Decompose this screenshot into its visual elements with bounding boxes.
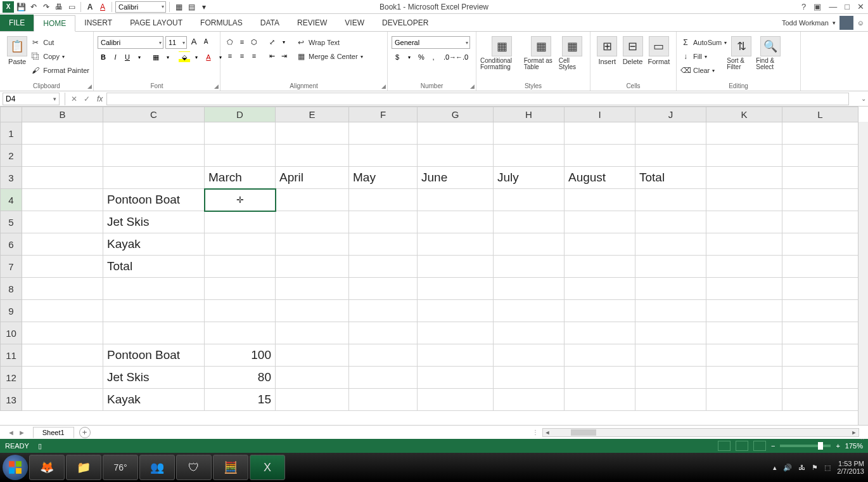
cell-L11[interactable] bbox=[782, 344, 858, 367]
cell-E13[interactable] bbox=[276, 389, 349, 411]
qat-customize-icon[interactable]: ▾ bbox=[198, 1, 210, 13]
cell-styles-button[interactable]: ▦Cell Styles bbox=[559, 34, 586, 70]
cell-D5[interactable] bbox=[205, 211, 276, 233]
cell-G6[interactable] bbox=[418, 233, 494, 256]
tray-clock[interactable]: 1:53 PM 2/7/2013 bbox=[837, 460, 864, 475]
col-header-F[interactable]: F bbox=[349, 107, 418, 122]
delete-cells-button[interactable]: ⊟Delete bbox=[620, 34, 645, 65]
align-center-icon[interactable]: ≡ bbox=[236, 50, 248, 62]
cell-C3[interactable] bbox=[103, 167, 205, 189]
col-header-D[interactable]: D bbox=[205, 107, 276, 122]
start-button[interactable] bbox=[3, 455, 28, 480]
cell-I10[interactable] bbox=[565, 322, 635, 344]
cell-B3[interactable] bbox=[22, 167, 103, 189]
cell-F8[interactable] bbox=[349, 278, 418, 300]
fill-button[interactable]: ↓Fill▾ bbox=[680, 50, 727, 63]
tray-more-icon[interactable]: ▴ bbox=[773, 464, 777, 472]
taskbar-app2[interactable]: 🛡 bbox=[176, 455, 212, 480]
cell-I6[interactable] bbox=[565, 233, 635, 256]
cell-B6[interactable] bbox=[22, 233, 103, 256]
cell-E3[interactable]: April bbox=[276, 167, 349, 189]
cell-D6[interactable] bbox=[205, 233, 276, 256]
cell-H4[interactable] bbox=[494, 189, 565, 211]
indent-dec-icon[interactable]: ⇤ bbox=[266, 50, 278, 62]
cell-F2[interactable] bbox=[349, 145, 418, 167]
col-header-B[interactable]: B bbox=[22, 107, 103, 122]
tray-volume-icon[interactable]: 🔊 bbox=[783, 464, 792, 472]
cell-J10[interactable] bbox=[635, 322, 706, 344]
taskbar-firefox[interactable]: 🦊 bbox=[29, 455, 65, 480]
row-header-9[interactable]: 9 bbox=[1, 300, 22, 322]
excel-icon[interactable]: X bbox=[3, 1, 14, 13]
cell-B11[interactable] bbox=[22, 344, 103, 367]
alignment-launcher[interactable]: ◢ bbox=[381, 83, 386, 89]
cell-B9[interactable] bbox=[22, 300, 103, 322]
cell-G10[interactable] bbox=[418, 322, 494, 344]
cell-K11[interactable] bbox=[706, 344, 782, 367]
zoom-slider[interactable] bbox=[780, 445, 831, 447]
macro-rec-icon[interactable]: ▯ bbox=[38, 442, 42, 450]
cell-K4[interactable] bbox=[706, 189, 782, 211]
cell-K5[interactable] bbox=[706, 211, 782, 233]
autosum-button[interactable]: ΣAutoSum▾ bbox=[680, 36, 727, 49]
cell-L5[interactable] bbox=[782, 211, 858, 233]
cell-C4[interactable]: Pontoon Boat bbox=[103, 189, 205, 211]
cell-B13[interactable] bbox=[22, 389, 103, 411]
row-header-1[interactable]: 1 bbox=[1, 122, 22, 145]
scroll-thumb[interactable] bbox=[571, 429, 596, 436]
cell-B8[interactable] bbox=[22, 278, 103, 300]
cell-D9[interactable] bbox=[205, 300, 276, 322]
qat-misc2-icon[interactable]: ▤ bbox=[186, 1, 197, 13]
cell-D7[interactable] bbox=[205, 256, 276, 278]
cell-C1[interactable] bbox=[103, 122, 205, 145]
shrink-font-icon[interactable]: A bbox=[201, 36, 211, 46]
underline-more-icon[interactable]: ▾ bbox=[134, 51, 145, 63]
cell-H13[interactable] bbox=[494, 389, 565, 411]
cell-K9[interactable] bbox=[706, 300, 782, 322]
name-box[interactable]: D4 bbox=[3, 93, 60, 105]
new-icon[interactable]: ▭ bbox=[66, 1, 77, 13]
cell-D1[interactable] bbox=[205, 122, 276, 145]
qat-misc-icon[interactable]: ▦ bbox=[173, 1, 184, 13]
font-color-icon[interactable]: A bbox=[97, 1, 108, 13]
cell-E5[interactable] bbox=[276, 211, 349, 233]
cell-F5[interactable] bbox=[349, 211, 418, 233]
horizontal-scrollbar[interactable]: ◄ ► bbox=[542, 428, 859, 437]
col-header-H[interactable]: H bbox=[494, 107, 565, 122]
cell-D10[interactable] bbox=[205, 322, 276, 344]
cell-C8[interactable] bbox=[103, 278, 205, 300]
cell-J2[interactable] bbox=[635, 145, 706, 167]
cell-H11[interactable] bbox=[494, 344, 565, 367]
bold-button[interactable]: B bbox=[98, 51, 109, 63]
row-header-12[interactable]: 12 bbox=[1, 367, 22, 389]
cell-C9[interactable] bbox=[103, 300, 205, 322]
cell-B12[interactable] bbox=[22, 367, 103, 389]
cell-J3[interactable]: Total bbox=[635, 167, 706, 189]
row-header-7[interactable]: 7 bbox=[1, 256, 22, 278]
cell-J12[interactable] bbox=[635, 367, 706, 389]
cell-J9[interactable] bbox=[635, 300, 706, 322]
tray-misc-icon[interactable]: ⬚ bbox=[824, 464, 831, 472]
underline-button[interactable]: U bbox=[122, 51, 133, 63]
tab-developer[interactable]: DEVELOPER bbox=[373, 15, 437, 31]
copy-button[interactable]: ⿻Copy▾ bbox=[30, 50, 89, 63]
row-header-4[interactable]: 4 bbox=[1, 189, 22, 211]
cell-F12[interactable] bbox=[349, 367, 418, 389]
cell-J7[interactable] bbox=[635, 256, 706, 278]
tab-formulas[interactable]: FORMULAS bbox=[191, 15, 252, 31]
cell-B4[interactable] bbox=[22, 189, 103, 211]
cell-G1[interactable] bbox=[418, 122, 494, 145]
cell-I12[interactable] bbox=[565, 367, 635, 389]
align-right-icon[interactable]: ≡ bbox=[248, 50, 260, 62]
cell-G8[interactable] bbox=[418, 278, 494, 300]
cell-F6[interactable] bbox=[349, 233, 418, 256]
add-sheet-button[interactable]: + bbox=[79, 427, 91, 438]
tray-network-icon[interactable]: 🖧 bbox=[798, 464, 805, 471]
currency-icon[interactable]: $ bbox=[392, 51, 403, 63]
indent-inc-icon[interactable]: ⇥ bbox=[278, 50, 290, 62]
inc-decimal-icon[interactable]: .0→ bbox=[444, 51, 456, 63]
maximize-icon[interactable]: □ bbox=[845, 2, 850, 11]
expand-formula-icon[interactable]: ⌄ bbox=[859, 95, 868, 102]
cell-I2[interactable] bbox=[565, 145, 635, 167]
row-header-11[interactable]: 11 bbox=[1, 344, 22, 367]
